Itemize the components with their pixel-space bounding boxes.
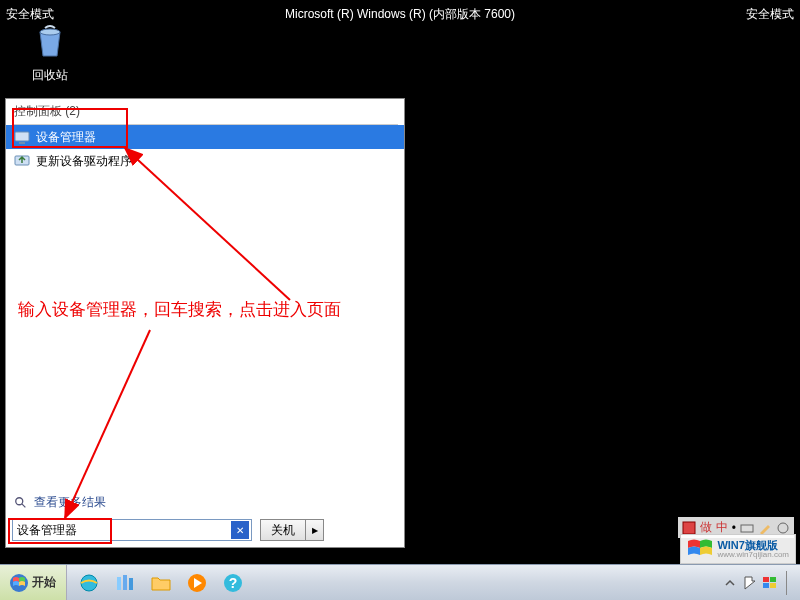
folder-icon xyxy=(150,572,172,594)
settings-icon[interactable] xyxy=(776,521,790,535)
system-tray xyxy=(722,565,800,600)
search-result-label: 更新设备驱动程序 xyxy=(36,153,132,170)
search-section-header: 控制面板 (2) xyxy=(6,99,404,124)
ime-icon[interactable] xyxy=(682,521,696,535)
taskbar-ie[interactable] xyxy=(73,569,105,597)
device-manager-icon xyxy=(14,129,30,145)
svg-rect-1 xyxy=(15,132,29,141)
tray-expand-icon[interactable] xyxy=(722,575,738,591)
taskbar-library[interactable] xyxy=(109,569,141,597)
windows-flag-icon xyxy=(687,538,713,560)
taskbar-media-player[interactable] xyxy=(181,569,213,597)
annotation-text: 输入设备管理器，回车搜索，点击进入页面 xyxy=(18,300,398,320)
svg-rect-16 xyxy=(129,578,133,590)
help-icon: ? xyxy=(222,572,244,594)
shutdown-options-button[interactable]: ▶ xyxy=(306,519,324,541)
search-results-list: 设备管理器 更新设备驱动程序 xyxy=(6,125,404,173)
pen-icon[interactable] xyxy=(758,521,772,535)
start-button-label: 开始 xyxy=(32,574,56,591)
svg-point-13 xyxy=(81,575,97,591)
watermark: WIN7旗舰版 www.win7qijian.com xyxy=(680,534,796,564)
svg-rect-2 xyxy=(19,142,25,144)
taskbar-explorer[interactable] xyxy=(145,569,177,597)
see-more-label: 查看更多结果 xyxy=(34,494,106,511)
svg-rect-15 xyxy=(123,575,127,590)
show-desktop-button[interactable] xyxy=(786,571,792,595)
svg-text:?: ? xyxy=(229,575,238,591)
internet-explorer-icon xyxy=(78,572,100,594)
windows-orb-icon xyxy=(10,574,28,592)
close-icon: ✕ xyxy=(236,525,244,536)
chevron-right-icon: ▶ xyxy=(312,526,318,535)
svg-point-11 xyxy=(778,523,788,533)
safe-mode-label-right: 安全模式 xyxy=(746,6,794,23)
see-more-results[interactable]: 查看更多结果 xyxy=(14,494,106,511)
library-icon xyxy=(114,572,136,594)
svg-rect-24 xyxy=(770,583,776,588)
svg-rect-9 xyxy=(683,522,695,534)
svg-point-0 xyxy=(40,29,60,35)
start-button[interactable]: 开始 xyxy=(0,565,67,600)
svg-line-5 xyxy=(22,503,26,507)
svg-rect-21 xyxy=(763,577,769,582)
taskbar-help[interactable]: ? xyxy=(217,569,249,597)
search-row: ✕ 关机 ▶ xyxy=(12,517,398,543)
windows-flag-tray-icon[interactable] xyxy=(762,575,778,591)
start-menu-search-panel: 控制面板 (2) 设备管理器 更新设备驱动程序 查看更多结果 xyxy=(5,98,405,548)
action-center-icon[interactable] xyxy=(742,575,758,591)
taskbar: 开始 xyxy=(0,564,800,600)
svg-point-4 xyxy=(16,497,23,504)
search-input[interactable] xyxy=(13,520,229,540)
shutdown-group: 关机 ▶ xyxy=(260,519,324,541)
watermark-title: WIN7旗舰版 xyxy=(717,539,789,551)
watermark-url: www.win7qijian.com xyxy=(717,551,789,560)
recycle-bin[interactable]: 回收站 xyxy=(20,20,80,84)
clear-search-button[interactable]: ✕ xyxy=(231,521,249,539)
ime-char: • xyxy=(732,521,736,535)
shutdown-button[interactable]: 关机 xyxy=(260,519,306,541)
windows-version-label: Microsoft (R) Windows (R) (内部版本 7600) xyxy=(285,6,515,23)
svg-rect-14 xyxy=(117,577,121,590)
media-player-icon xyxy=(186,572,208,594)
search-icon xyxy=(14,496,28,510)
svg-rect-10 xyxy=(741,525,753,532)
recycle-bin-icon xyxy=(30,20,70,60)
driver-update-icon xyxy=(14,153,30,169)
taskbar-pinned-apps: ? xyxy=(67,569,255,597)
search-result-label: 设备管理器 xyxy=(36,129,96,146)
search-box[interactable]: ✕ xyxy=(12,519,252,541)
svg-rect-22 xyxy=(770,577,776,582)
keyboard-icon[interactable] xyxy=(740,521,754,535)
search-result-device-manager[interactable]: 设备管理器 xyxy=(6,125,404,149)
svg-rect-23 xyxy=(763,583,769,588)
recycle-bin-label: 回收站 xyxy=(20,67,80,84)
search-result-update-driver[interactable]: 更新设备驱动程序 xyxy=(6,149,404,173)
